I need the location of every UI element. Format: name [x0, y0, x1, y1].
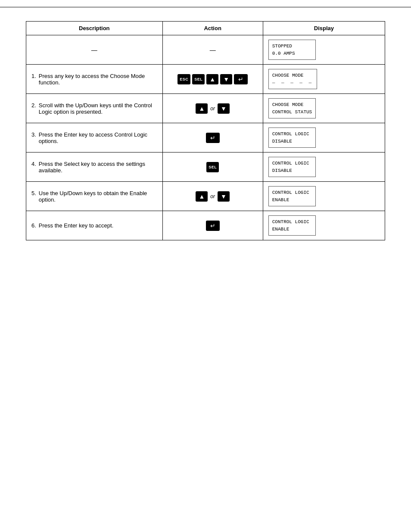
display-cell: STOPPED0.0 AMPS: [263, 35, 385, 65]
table-row: 4.Press the Select key to access the set…: [26, 152, 385, 182]
display-cell: CONTROL LOGICDISABLE: [263, 152, 385, 182]
display-line2: CONTROL STATUS: [272, 109, 312, 116]
main-table: Description Action Display ——STOPPED0.0 …: [26, 21, 385, 240]
desc-text: Press the Select key to access the setti…: [39, 161, 157, 174]
description-cell: 1.Press any key to access the Choose Mod…: [26, 65, 163, 94]
display-line1: CONTROL LOGIC: [272, 218, 312, 226]
display-cell: CONTROL LOGICENABLE: [263, 211, 385, 240]
table-row: ——STOPPED0.0 AMPS: [26, 35, 385, 65]
display-line1: CONTROL LOGIC: [272, 160, 312, 167]
col-display: Display: [263, 22, 385, 35]
display-line2: DISABLE: [272, 138, 312, 145]
display-line2: 0.0 AMPS: [272, 50, 312, 57]
display-line2: — — — — —: [272, 79, 313, 87]
display-line1: STOPPED: [272, 43, 312, 50]
action-cell: ▲ or ▼: [162, 94, 263, 123]
action-cell: ↵: [162, 211, 263, 240]
col-action: Action: [162, 22, 263, 35]
desc-dash: —: [91, 47, 97, 53]
display-cell: CHOOSE MODE— — — — —: [263, 65, 385, 94]
desc-text: Press the Enter key to access Control Lo…: [39, 131, 157, 144]
display-box: CHOOSE MODECONTROL STATUS: [268, 98, 316, 118]
desc-text: Press any key to access the Choose Mode …: [39, 73, 157, 86]
display-line1: CHOOSE MODE: [272, 72, 313, 79]
col-description: Description: [26, 22, 163, 35]
display-line2: DISABLE: [272, 167, 312, 174]
row-number: 2.: [31, 102, 36, 115]
display-line1: CONTROL LOGIC: [272, 189, 312, 196]
description-cell: 6.Press the Enter key to accept.: [26, 211, 163, 240]
display-cell: CHOOSE MODECONTROL STATUS: [263, 94, 385, 123]
table-row: 1.Press any key to access the Choose Mod…: [26, 65, 385, 94]
display-line1: CONTROL LOGIC: [272, 131, 312, 138]
row-number: 3.: [31, 131, 36, 144]
action-cell: ↵: [162, 123, 263, 152]
display-line2: ENABLE: [272, 196, 312, 204]
row-number: 4.: [31, 161, 36, 174]
desc-text: Press the Enter key to accept.: [39, 222, 113, 229]
table-row: 5.Use the Up/Down keys to obtain the Ena…: [26, 182, 385, 211]
display-box: STOPPED0.0 AMPS: [268, 40, 316, 60]
display-cell: CONTROL LOGICDISABLE: [263, 123, 385, 152]
action-cell: SEL: [162, 152, 263, 182]
page-content: Description Action Display ——STOPPED0.0 …: [0, 7, 411, 249]
display-box: CHOOSE MODE— — — — —: [268, 69, 317, 89]
display-box: CONTROL LOGICDISABLE: [268, 128, 316, 148]
display-line1: CHOOSE MODE: [272, 101, 312, 109]
display-box: CONTROL LOGICENABLE: [268, 186, 316, 206]
table-row: 2.Scroll with the Up/Down keys until the…: [26, 94, 385, 123]
row-number: 6.: [31, 222, 36, 229]
description-cell: 5.Use the Up/Down keys to obtain the Ena…: [26, 182, 163, 211]
table-row: 3.Press the Enter key to access Control …: [26, 123, 385, 152]
description-cell: 4.Press the Select key to access the set…: [26, 152, 163, 182]
display-box: CONTROL LOGICDISABLE: [268, 157, 316, 177]
desc-text: Use the Up/Down keys to obtain the Enabl…: [39, 190, 157, 203]
page-header: [0, 0, 411, 7]
description-cell: 3.Press the Enter key to access Control …: [26, 123, 163, 152]
description-cell: 2.Scroll with the Up/Down keys until the…: [26, 94, 163, 123]
table-header-row: Description Action Display: [26, 22, 385, 35]
action-cell: ▲ or ▼: [162, 182, 263, 211]
display-line2: ENABLE: [272, 226, 312, 233]
action-cell: ESC SEL ▲ ▼ ↵: [162, 65, 263, 94]
table-row: 6.Press the Enter key to accept. ↵ CONTR…: [26, 211, 385, 240]
description-cell: —: [26, 35, 163, 65]
desc-text: Scroll with the Up/Down keys until the C…: [39, 102, 157, 115]
row-number: 5.: [31, 190, 36, 203]
action-cell: —: [162, 35, 263, 65]
display-box: CONTROL LOGICENABLE: [268, 215, 316, 236]
row-number: 1.: [31, 73, 36, 86]
display-cell: CONTROL LOGICENABLE: [263, 182, 385, 211]
